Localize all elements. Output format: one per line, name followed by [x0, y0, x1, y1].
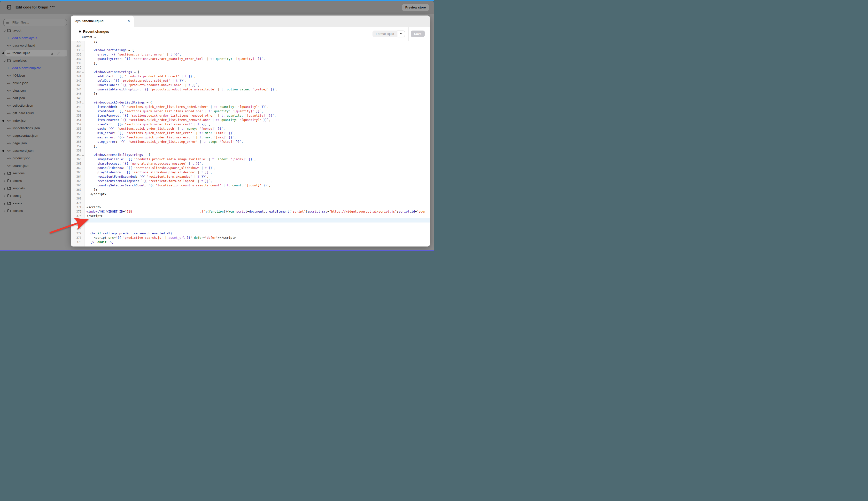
code-line[interactable]	[87, 223, 430, 227]
code-line[interactable]	[87, 227, 430, 231]
code-line[interactable]	[87, 44, 430, 48]
code-line[interactable]: window.cartStrings = {	[87, 48, 430, 52]
sidebar-folder-snippets[interactable]: snippets	[0, 185, 71, 192]
line-number[interactable]: 337	[71, 57, 81, 61]
line-number[interactable]: 360	[71, 157, 81, 161]
code-line[interactable]: itemsAdded: `{{ 'sections.quick_order_li…	[87, 105, 430, 109]
sidebar-file-404-json[interactable]: </>404.json	[0, 72, 71, 79]
code-line[interactable]: </script>	[87, 214, 430, 218]
fold-chevron-icon[interactable]	[82, 49, 84, 53]
line-number[interactable]: 345	[71, 92, 81, 96]
sidebar-file-password-json[interactable]: </>password.json	[0, 147, 71, 154]
code-line[interactable]: error: `{{ 'sections.cart.cart_error' | …	[87, 52, 430, 57]
line-number[interactable]: 335	[71, 48, 81, 52]
code-line[interactable]: pauseSlideshow: `{{ 'sections.slideshow.…	[87, 166, 430, 170]
sidebar-file-password-liquid[interactable]: </>password.liquid	[0, 42, 71, 49]
line-number[interactable]: 338	[71, 61, 81, 65]
code-line[interactable]: min_error: `{{- 'sections.quick_order_li…	[87, 131, 430, 135]
line-number[interactable]: 357	[71, 144, 81, 148]
code-line[interactable]: recipientFormExpanded: `{{ 'recipient.fo…	[87, 174, 430, 179]
code-editor[interactable]: 333 };334335 window.cartStrings = {336 e…	[71, 41, 430, 246]
code-line[interactable]: recipientFormCollapsed: `{{ 'recipient.f…	[87, 179, 430, 183]
sidebar-file-article-json[interactable]: </>article.json	[0, 80, 71, 86]
line-number[interactable]: 355	[71, 135, 81, 140]
sidebar-file-page-contact-json[interactable]: </>page.contact.json	[0, 132, 71, 139]
code-line[interactable]: itemAdded: `{{ 'sections.quick_order_lis…	[87, 109, 430, 114]
code-line[interactable]: };	[87, 188, 430, 192]
line-number[interactable]: 365	[71, 179, 81, 183]
line-number[interactable]: 351	[71, 118, 81, 122]
sidebar-folder-locales[interactable]: locales	[0, 207, 71, 214]
code-line[interactable]: };	[87, 92, 430, 96]
line-number[interactable]: 370	[71, 201, 81, 205]
code-line[interactable]: unavailable: `{{ 'products.product.unava…	[87, 83, 430, 87]
line-number[interactable]: 350	[71, 114, 81, 118]
code-line[interactable]: soldOut: `{{ 'products.product.sold_out'…	[87, 78, 430, 83]
line-number[interactable]: 363	[71, 170, 81, 174]
line-number[interactable]: 341	[71, 74, 81, 78]
line-number[interactable]: 334	[71, 44, 81, 48]
line-number[interactable]: 346	[71, 96, 81, 100]
sidebar-file-blog-json[interactable]: </>blog.json	[0, 87, 71, 94]
line-number[interactable]: 376	[71, 227, 81, 231]
code-line[interactable]: viewCart: `{{- 'sections.quick_order_lis…	[87, 122, 430, 127]
fold-chevron-icon[interactable]	[82, 206, 84, 210]
code-line[interactable]: addToCart: `{{ 'products.product.add_to_…	[87, 74, 430, 78]
line-number[interactable]: 361	[71, 161, 81, 166]
chevron-right-icon[interactable]	[3, 194, 6, 197]
code-line[interactable]: unavailable_with_option: `{{ 'products.p…	[87, 87, 430, 92]
sidebar-file-page-json[interactable]: </>page.json	[0, 140, 71, 147]
sidebar-file-list-collections-json[interactable]: </>list-collections.json	[0, 125, 71, 131]
line-number[interactable]: 377	[71, 231, 81, 236]
line-number[interactable]: 356	[71, 140, 81, 144]
version-dropdown[interactable]: Current	[82, 35, 96, 39]
sidebar-file-index-json[interactable]: </>index.json	[0, 117, 71, 124]
code-line[interactable]: window.quickOrderListStrings = {	[87, 100, 430, 105]
code-line[interactable]: countrySelectorSearchCount: `{{ 'localiz…	[87, 183, 430, 188]
code-line[interactable]: window.YGC_WIDGET_ID="918:f";(function()…	[87, 210, 430, 214]
line-number[interactable]: 366	[71, 183, 81, 188]
sidebar-file-search-json[interactable]: </>search.json	[0, 162, 71, 169]
chevron-right-icon[interactable]	[3, 179, 6, 182]
code-line[interactable]: max_error: `{{- 'sections.quick_order_li…	[87, 135, 430, 140]
code-line[interactable]: };	[87, 61, 430, 65]
sidebar-file-product-json[interactable]: </>product.json	[0, 155, 71, 162]
sidebar-folder-assets[interactable]: assets	[0, 200, 71, 207]
line-number[interactable]: 362	[71, 166, 81, 170]
sidebar-folder-layout[interactable]: layout	[0, 27, 71, 34]
code-line[interactable]: };	[87, 41, 430, 44]
code-line[interactable]: itemRemoved: `{{ 'sections.quick_order_l…	[87, 118, 430, 122]
line-number[interactable]: 373	[71, 214, 81, 218]
chevron-right-icon[interactable]	[3, 187, 6, 190]
code-line[interactable]: window.accessibilityStrings = {	[87, 153, 430, 157]
line-number[interactable]: 339	[71, 65, 81, 70]
fold-chevron-icon[interactable]	[82, 101, 84, 105]
code-line[interactable]: {%- if settings.predictive_search_enable…	[87, 231, 430, 236]
line-number[interactable]: 352	[71, 122, 81, 127]
sidebar-folder-config[interactable]: config	[0, 192, 71, 199]
code-line[interactable]: <script src="{{ 'predictive-search.js' |…	[87, 236, 430, 240]
line-number[interactable]: 340	[71, 70, 81, 74]
code-line[interactable]: {%- endif -%}	[87, 240, 430, 244]
filter-files-input[interactable]: Filter files...	[3, 19, 67, 26]
sidebar-file-theme-liquid[interactable]: </>theme.liquid	[0, 50, 71, 56]
line-number[interactable]: 348	[71, 105, 81, 109]
line-number[interactable]: 353	[71, 127, 81, 131]
sidebar-file-cart-json[interactable]: </>cart.json	[0, 95, 71, 102]
line-number[interactable]: 333	[71, 41, 81, 44]
sidebar-folder-blocks[interactable]: blocks	[0, 178, 71, 184]
line-number[interactable]: 379	[71, 240, 81, 244]
code-line[interactable]	[87, 65, 430, 70]
code-line[interactable]: itemsRemoved: `{{ 'sections.quick_order_…	[87, 114, 430, 118]
line-number[interactable]: 369	[71, 196, 81, 201]
line-number[interactable]: 375	[71, 223, 81, 227]
sidebar-file-collection-json[interactable]: </>collection.json	[0, 102, 71, 109]
more-actions-icon[interactable]: •••	[50, 1, 55, 14]
code-line[interactable]: imageAvailable: `{{ 'products.product.me…	[87, 157, 430, 161]
tab-theme-liquid[interactable]: layout/theme.liquid ×	[71, 15, 134, 27]
code-line[interactable]: playSlideshow: `{{ 'sections.slideshow.p…	[87, 170, 430, 174]
chevron-down-icon[interactable]	[3, 29, 6, 32]
chevron-right-icon[interactable]	[3, 172, 6, 175]
code-line[interactable]: window.variantStrings = {	[87, 70, 430, 74]
line-number[interactable]: 354	[71, 131, 81, 135]
